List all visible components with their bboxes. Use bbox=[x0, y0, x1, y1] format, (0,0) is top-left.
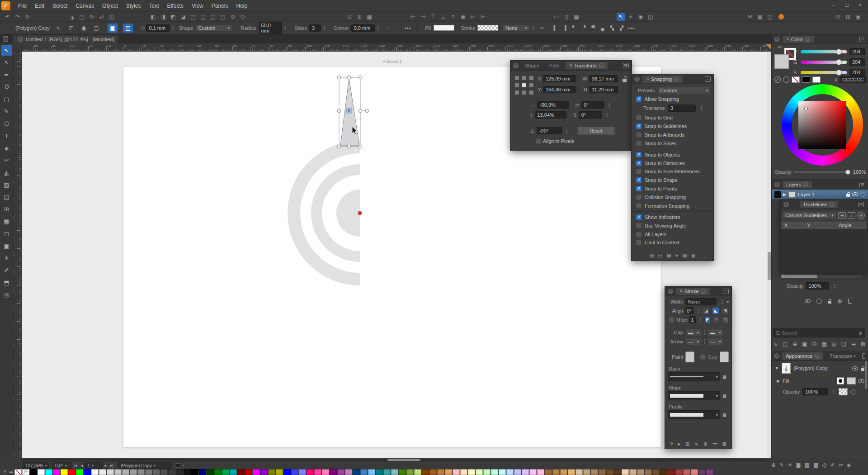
palette-swatch[interactable] bbox=[698, 469, 706, 475]
palette-swatch[interactable] bbox=[176, 469, 183, 475]
add-snap-icon[interactable]: ⊞ bbox=[649, 252, 654, 259]
snap-option-checkbox[interactable] bbox=[636, 124, 642, 129]
snap-option-checkbox[interactable] bbox=[636, 169, 642, 174]
palette-swatch[interactable] bbox=[222, 469, 229, 475]
isolate-layer-icon[interactable] bbox=[816, 299, 822, 304]
snap-option-checkbox[interactable] bbox=[636, 161, 642, 166]
select-tool[interactable]: ↖ bbox=[1, 45, 12, 56]
text-tool[interactable]: T bbox=[1, 130, 12, 141]
curve-icon[interactable]: ∿ bbox=[694, 441, 698, 447]
guidelines-list[interactable] bbox=[781, 229, 867, 273]
stroke-align-center-button[interactable]: ◣ bbox=[712, 307, 719, 314]
palette-swatch[interactable] bbox=[30, 469, 37, 475]
tab-close-icon[interactable] bbox=[18, 37, 23, 42]
add-guideline-button[interactable]: ＋ bbox=[848, 212, 855, 219]
palette-swatch[interactable] bbox=[368, 469, 375, 475]
palette-swatch[interactable] bbox=[191, 469, 198, 475]
rounded-rect-tool[interactable]: ◻ bbox=[1, 228, 12, 239]
help-icon[interactable]: ? bbox=[670, 442, 673, 447]
fill-color-swatch[interactable] bbox=[847, 377, 856, 385]
tab-snapping[interactable]: ⇅Snapping bbox=[642, 76, 683, 83]
palette-swatch[interactable] bbox=[629, 469, 637, 475]
move-tool-icon[interactable]: ↖ bbox=[53, 24, 63, 33]
palette-swatch[interactable] bbox=[576, 469, 583, 475]
palette-swatch[interactable] bbox=[622, 469, 629, 475]
circle-style-icon[interactable]: ◎ bbox=[832, 341, 836, 347]
tab-shape[interactable]: Shape bbox=[521, 62, 543, 69]
lock-icon[interactable] bbox=[861, 368, 864, 371]
delete-stroke-icon[interactable]: ⊠ bbox=[722, 441, 726, 447]
sides-field[interactable]: 3 bbox=[309, 24, 321, 32]
palette-swatch[interactable] bbox=[522, 469, 529, 475]
slice-tool[interactable]: ⊞ bbox=[1, 204, 12, 214]
miter-field[interactable]: 1 bbox=[689, 316, 695, 323]
snap-option-row[interactable]: Show Indicators bbox=[632, 211, 713, 221]
distribute-cols-icon[interactable]: ▚ bbox=[609, 24, 616, 32]
opacity-value[interactable]: 100% bbox=[853, 169, 866, 175]
color-mode-icon[interactable] bbox=[783, 76, 789, 83]
palette-swatch[interactable] bbox=[668, 469, 675, 475]
menu-item[interactable]: Select bbox=[48, 0, 71, 12]
palette-swatch[interactable] bbox=[130, 469, 137, 475]
allow-snapping-checkbox[interactable] bbox=[636, 96, 642, 102]
tab-close-icon[interactable] bbox=[814, 353, 820, 359]
tab-transform[interactable]: ⇅Transform bbox=[566, 62, 607, 69]
panel-menu-icon[interactable] bbox=[723, 289, 729, 294]
none-color-swatch[interactable] bbox=[14, 469, 22, 475]
palette-swatch[interactable] bbox=[337, 469, 344, 475]
gap-checkbox[interactable] bbox=[700, 354, 706, 360]
snap-option-row[interactable]: All Layers bbox=[632, 230, 713, 238]
palette-swatch[interactable] bbox=[207, 469, 214, 475]
layer-color-swatch[interactable] bbox=[774, 191, 781, 198]
palette-swatch[interactable] bbox=[476, 469, 483, 475]
combine-minus-icon[interactable]: ⊖ bbox=[239, 13, 247, 21]
fill-stroke-indicator[interactable]: ↶ bbox=[774, 47, 796, 70]
palette-swatch[interactable] bbox=[399, 469, 406, 475]
palette-swatch[interactable] bbox=[483, 469, 491, 475]
join-round-button[interactable]: ◠ bbox=[713, 316, 720, 323]
panel-close-icon[interactable] bbox=[513, 63, 519, 68]
no-color-icon[interactable] bbox=[774, 76, 781, 83]
zoom-tool[interactable]: ◎ bbox=[1, 289, 12, 300]
vscroll-thumb[interactable] bbox=[768, 252, 771, 280]
collapse-status-icon[interactable]: ‹ bbox=[183, 463, 184, 468]
gear-icon[interactable]: ✳ bbox=[788, 462, 792, 468]
add-stroke-icon[interactable]: ⊕ bbox=[703, 441, 708, 447]
palette-swatch[interactable] bbox=[391, 469, 398, 475]
menu-item[interactable]: Styles bbox=[122, 0, 145, 12]
split-view-icon[interactable]: ◫ bbox=[766, 13, 774, 21]
merge-icon[interactable]: ◲ bbox=[209, 13, 217, 21]
redo-icon[interactable]: ↷ bbox=[14, 13, 22, 21]
add-view-icon[interactable]: ⊞ bbox=[844, 13, 852, 21]
panel-close-icon[interactable] bbox=[668, 289, 673, 294]
divide-icon[interactable]: ◰ bbox=[189, 13, 197, 21]
width-stepper[interactable] bbox=[720, 298, 724, 305]
expand-arrow-icon[interactable]: ▶ bbox=[783, 192, 786, 197]
clear-snap-icon[interactable]: ⊠ bbox=[667, 252, 671, 259]
maximize-button[interactable]: □ bbox=[841, 0, 853, 10]
add-artboard-icon[interactable]: ⊕ bbox=[771, 462, 776, 468]
clone-tool[interactable]: ▣ bbox=[1, 240, 12, 251]
menu-item[interactable]: Edit bbox=[31, 0, 48, 12]
align-field[interactable]: 0° bbox=[685, 307, 693, 314]
new-style-icon[interactable]: ❏ bbox=[841, 341, 846, 347]
palette-swatch[interactable] bbox=[107, 469, 114, 475]
snap-option-checkbox[interactable] bbox=[636, 186, 642, 191]
palette-list-icon[interactable]: ≔ bbox=[8, 469, 14, 475]
panel-close-icon[interactable] bbox=[774, 182, 780, 187]
registration-color-swatch[interactable] bbox=[22, 469, 29, 475]
grid-icon[interactable]: ▦ bbox=[813, 462, 818, 468]
tab-list-icon[interactable] bbox=[3, 36, 8, 42]
object-name[interactable]: (Polygon) Copy bbox=[793, 366, 849, 371]
stroke-align-inside-button[interactable]: ◢ bbox=[703, 307, 710, 314]
align-top-icon[interactable]: ⊤ bbox=[429, 13, 437, 21]
blend-icon[interactable] bbox=[850, 390, 855, 394]
h-field[interactable]: 11,29 mm bbox=[589, 86, 618, 93]
x-field[interactable]: 125,09 mm bbox=[543, 75, 576, 82]
snap-option-row[interactable]: Snap to Shape bbox=[632, 176, 713, 185]
dropper-tool[interactable]: ✐ bbox=[1, 265, 12, 276]
align-left-edge-icon[interactable]: ▌ bbox=[552, 24, 559, 32]
stripe-select[interactable] bbox=[668, 391, 720, 400]
menu-item[interactable]: Panels bbox=[208, 0, 232, 12]
angle-stepper[interactable] bbox=[565, 127, 569, 134]
